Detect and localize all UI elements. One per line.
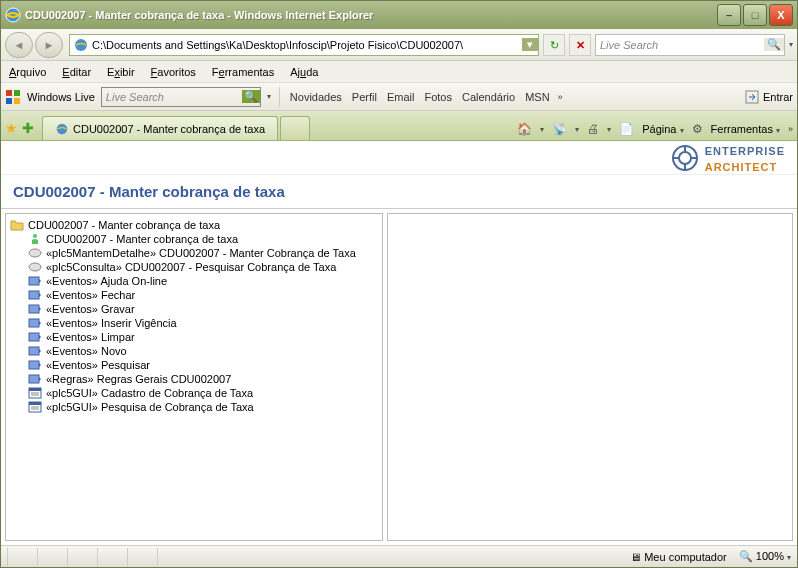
svg-rect-20 xyxy=(29,375,39,383)
tree-item-label: «Eventos» Pesquisar xyxy=(46,359,150,371)
fotos-link[interactable]: Fotos xyxy=(422,91,454,103)
tree-item-label: «Eventos» Novo xyxy=(46,345,127,357)
perfil-link[interactable]: Perfil xyxy=(350,91,379,103)
ea-header: ENTERPRISEARCHITECT xyxy=(1,141,797,175)
menu-ajuda[interactable]: Ajuda xyxy=(290,66,318,78)
tree-item[interactable]: «Regras» Regras Gerais CDU002007 xyxy=(10,372,378,386)
close-button[interactable]: X xyxy=(769,4,793,26)
tree-item[interactable]: «Eventos» Gravar xyxy=(10,302,378,316)
tree-item[interactable]: «Eventos» Fechar xyxy=(10,288,378,302)
home-icon[interactable]: 🏠 xyxy=(517,122,532,136)
tree-item[interactable]: «Eventos» Ajuda On-line xyxy=(10,274,378,288)
minimize-button[interactable]: – xyxy=(717,4,741,26)
svg-point-9 xyxy=(679,152,691,164)
msn-link[interactable]: MSN xyxy=(523,91,551,103)
ie-icon xyxy=(55,122,69,136)
address-text: C:\Documents and Settings\Ka\Desktop\Inf… xyxy=(92,39,522,51)
tabbar-overflow[interactable]: » xyxy=(788,124,793,134)
address-dropdown[interactable]: ▾ xyxy=(522,38,538,51)
search-box[interactable]: Live Search 🔍 xyxy=(595,34,785,56)
print-dropdown[interactable]: ▾ xyxy=(607,125,611,134)
search-placeholder: Live Search xyxy=(596,39,764,51)
tree-item-label: «plc5GUI» Cadastro de Cobrança de Taxa xyxy=(46,387,253,399)
menu-editar[interactable]: Editar xyxy=(62,66,91,78)
search-button[interactable]: 🔍 xyxy=(764,38,784,51)
live-search-button[interactable]: 🔍 xyxy=(242,90,260,103)
entrar-link[interactable]: Entrar xyxy=(763,91,793,103)
address-bar[interactable]: C:\Documents and Settings\Ka\Desktop\Inf… xyxy=(69,34,539,56)
print-icon[interactable]: 🖨 xyxy=(587,122,599,136)
tools-icon[interactable]: ⚙ xyxy=(692,122,703,136)
tree-item[interactable]: «plc5GUI» Pesquisa de Cobrança de Taxa xyxy=(10,400,378,414)
nav-toolbar: ◄ ► C:\Documents and Settings\Ka\Desktop… xyxy=(1,29,797,61)
signin-icon xyxy=(745,90,759,104)
tree-panel: CDU002007 - Manter cobrança de taxaCDU00… xyxy=(5,213,383,541)
menu-ferramentas[interactable]: Ferramentas xyxy=(212,66,274,78)
stop-button[interactable]: ✕ xyxy=(569,34,591,56)
svg-rect-3 xyxy=(14,90,20,96)
svg-rect-2 xyxy=(6,90,12,96)
ie-icon xyxy=(5,7,21,23)
menu-arquivo[interactable]: Arquivo xyxy=(9,66,46,78)
favorites-icon[interactable]: ★ xyxy=(5,120,18,136)
tree-item[interactable]: CDU002007 - Manter cobrança de taxa xyxy=(10,232,378,246)
tree-item-label: CDU002007 - Manter cobrança de taxa xyxy=(46,233,238,245)
svg-rect-17 xyxy=(29,333,39,341)
search-options-dropdown[interactable]: ▾ xyxy=(789,40,793,49)
new-tab-button[interactable] xyxy=(280,116,310,140)
page-menu[interactable]: Página ▾ xyxy=(642,123,683,135)
tree-item-label: «plc5MantemDetalhe» CDU002007 - Manter C… xyxy=(46,247,356,259)
refresh-button[interactable]: ↻ xyxy=(543,34,565,56)
forward-button[interactable]: ► xyxy=(35,32,63,58)
tree-item[interactable]: «plc5MantemDetalhe» CDU002007 - Manter C… xyxy=(10,246,378,260)
tree-item[interactable]: «plc5Consulta» CDU002007 - Pesquisar Cob… xyxy=(10,260,378,274)
tree-item-label: «Eventos» Limpar xyxy=(46,331,135,343)
zoom-control[interactable]: 🔍 100% ▾ xyxy=(739,550,791,563)
svg-rect-13 xyxy=(29,277,39,285)
menu-exibir[interactable]: Exibir xyxy=(107,66,135,78)
status-bar: 🖥 Meu computador 🔍 100% ▾ xyxy=(1,545,797,567)
page-heading: CDU002007 - Manter cobrança de taxa xyxy=(1,175,797,209)
svg-rect-19 xyxy=(29,361,39,369)
page-icon[interactable]: 📄 xyxy=(619,122,634,136)
email-link[interactable]: Email xyxy=(385,91,417,103)
toolbar-overflow[interactable]: » xyxy=(558,92,563,102)
windows-live-toolbar: Windows Live Live Search 🔍 ▾ Novidades P… xyxy=(1,83,797,111)
tree-item-label: «Eventos» Ajuda On-line xyxy=(46,275,167,287)
home-dropdown[interactable]: ▾ xyxy=(540,125,544,134)
tree-item[interactable]: «Eventos» Pesquisar xyxy=(10,358,378,372)
svg-rect-18 xyxy=(29,347,39,355)
maximize-button[interactable]: □ xyxy=(743,4,767,26)
tree-item-label: «plc5GUI» Pesquisa de Cobrança de Taxa xyxy=(46,401,254,413)
detail-panel xyxy=(387,213,793,541)
menu-bar: Arquivo Editar Exibir Favoritos Ferramen… xyxy=(1,61,797,83)
tab-active[interactable]: CDU002007 - Manter cobrança de taxa xyxy=(42,116,278,140)
window-title: CDU002007 - Manter cobrança de taxa - Wi… xyxy=(25,9,715,21)
live-search-dropdown[interactable]: ▾ xyxy=(267,92,271,101)
tree-item[interactable]: «Eventos» Novo xyxy=(10,344,378,358)
menu-favoritos[interactable]: Favoritos xyxy=(151,66,196,78)
tree-item[interactable]: «Eventos» Limpar xyxy=(10,330,378,344)
ea-logo-icon xyxy=(671,144,699,172)
ea-logo: ENTERPRISEARCHITECT xyxy=(671,142,785,174)
calendario-link[interactable]: Calendário xyxy=(460,91,517,103)
tree-item[interactable]: «Eventos» Inserir Vigência xyxy=(10,316,378,330)
tree-item-label: «Eventos» Inserir Vigência xyxy=(46,317,177,329)
back-button[interactable]: ◄ xyxy=(5,32,33,58)
feeds-dropdown[interactable]: ▾ xyxy=(575,125,579,134)
svg-rect-5 xyxy=(14,98,20,104)
live-search-input[interactable]: Live Search 🔍 xyxy=(101,87,261,107)
tree-item-label: «plc5Consulta» CDU002007 - Pesquisar Cob… xyxy=(46,261,336,273)
svg-rect-15 xyxy=(29,305,39,313)
tree-item[interactable]: CDU002007 - Manter cobrança de taxa xyxy=(10,218,378,232)
add-favorite-icon[interactable]: ✚ xyxy=(22,120,34,136)
live-search-placeholder: Live Search xyxy=(102,91,242,103)
feeds-icon[interactable]: 📡 xyxy=(552,122,567,136)
tree-item[interactable]: «plc5GUI» Cadastro de Cobrança de Taxa xyxy=(10,386,378,400)
svg-rect-22 xyxy=(29,388,41,391)
zone-indicator: 🖥 Meu computador xyxy=(630,551,727,563)
svg-rect-26 xyxy=(29,402,41,405)
windows-live-label: Windows Live xyxy=(27,91,95,103)
tools-menu[interactable]: Ferramentas ▾ xyxy=(711,123,780,135)
novidades-link[interactable]: Novidades xyxy=(288,91,344,103)
